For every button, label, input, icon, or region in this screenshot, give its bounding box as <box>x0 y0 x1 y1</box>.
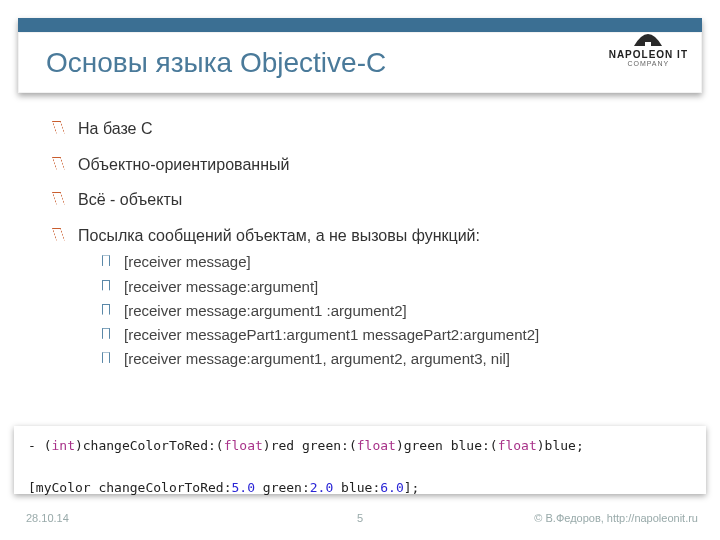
list-item: На базе С <box>52 118 690 140</box>
bullet-list: На базе С Объектно-ориентированный Всё -… <box>52 118 690 370</box>
sub-list: [receiver message] [receiver message:arg… <box>78 252 690 369</box>
slide-title: Основы языка Objective-C <box>46 47 386 79</box>
list-item-text: Всё - объекты <box>78 191 182 208</box>
list-item: [receiver message:argument] <box>78 277 690 297</box>
list-item-text: [receiver message:argument1, argument2, … <box>124 350 510 367</box>
list-item-text: [receiver message] <box>124 253 251 270</box>
list-item-text: [receiver message:argument1 :argument2] <box>124 302 407 319</box>
svg-rect-0 <box>645 42 651 46</box>
list-item-text: На базе С <box>78 120 152 137</box>
footer-page: 5 <box>357 512 363 524</box>
list-item: [receiver message:argument1, argument2, … <box>78 349 690 369</box>
title-block: Основы языка Objective-C <box>18 18 702 93</box>
logo: NAPOLEON IT COMPANY <box>609 28 688 67</box>
list-item-text: Объектно-ориентированный <box>78 156 289 173</box>
content-area: На базе С Объектно-ориентированный Всё -… <box>52 118 690 384</box>
logo-icon <box>630 28 666 48</box>
list-item: [receiver messagePart1:argument1 message… <box>78 325 690 345</box>
footer: 28.10.14 5 © В.Федоров, http://napoleoni… <box>0 512 720 530</box>
list-item-text: [receiver message:argument] <box>124 278 318 295</box>
list-item-text: Посылка сообщений объектам, а не вызовы … <box>78 227 480 244</box>
list-item-text: [receiver messagePart1:argument1 message… <box>124 326 539 343</box>
slide: Основы языка Objective-C NAPOLEON IT COM… <box>0 0 720 540</box>
list-item: Посылка сообщений объектам, а не вызовы … <box>52 225 690 370</box>
footer-copyright: © В.Федоров, http://napoleonit.ru <box>534 512 698 524</box>
logo-subtext: COMPANY <box>609 60 688 67</box>
list-item: [receiver message] <box>78 252 690 272</box>
logo-text: NAPOLEON IT <box>609 49 688 60</box>
list-item: [receiver message:argument1 :argument2] <box>78 301 690 321</box>
footer-date: 28.10.14 <box>26 512 69 524</box>
code-snippet: - (int)changeColorToRed:(float)red green… <box>14 426 706 494</box>
list-item: Объектно-ориентированный <box>52 154 690 176</box>
list-item: Всё - объекты <box>52 189 690 211</box>
